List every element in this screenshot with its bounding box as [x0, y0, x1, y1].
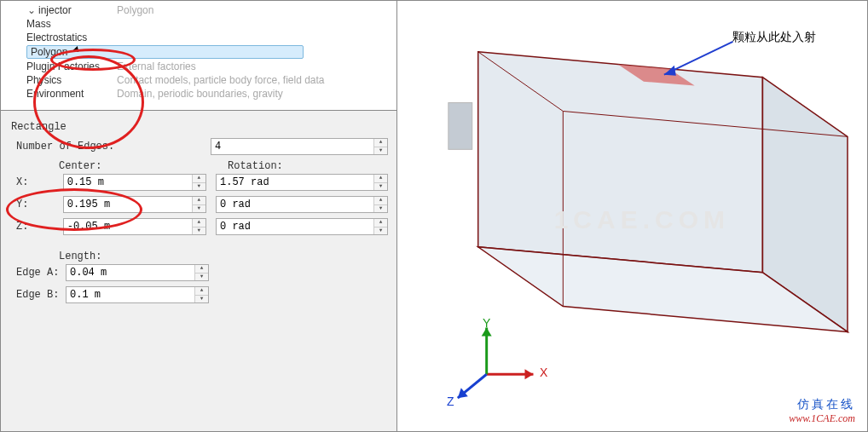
- axis-y-label: Y: [483, 316, 490, 330]
- edges-input[interactable]: [211, 139, 373, 154]
- tree-item-mass[interactable]: Mass: [26, 18, 325, 32]
- tree-item-plugin-factories[interactable]: Plugin Factories External factories: [26, 60, 325, 74]
- chevron-down-icon[interactable]: ⌄: [26, 4, 37, 16]
- tree-item-environment[interactable]: Environment Domain, periodic boundaries,…: [26, 88, 325, 101]
- rotation-z-input[interactable]: [217, 219, 373, 234]
- rotation-x-stepper[interactable]: ▲▼: [216, 174, 388, 191]
- center-x-input[interactable]: [64, 175, 192, 190]
- rotation-y-stepper[interactable]: ▲▼: [216, 196, 388, 213]
- center-x-stepper[interactable]: ▲▼: [63, 174, 206, 191]
- viewport-3d[interactable]: 1CAE.COM X Y Z 颗粒从此处入射 仿真在线 www.1CAE.com: [397, 1, 867, 431]
- edge-b-input[interactable]: [67, 287, 194, 302]
- tree-item-physics[interactable]: Physics Contact models, particle body fo…: [26, 74, 325, 88]
- group-title: Rectangle: [9, 118, 388, 136]
- edge-a-stepper[interactable]: ▲▼: [66, 264, 209, 281]
- rotation-y-input[interactable]: [217, 197, 373, 212]
- tree-item-electrostatics[interactable]: Electrostatics: [26, 32, 325, 45]
- edge-a-input[interactable]: [67, 265, 194, 280]
- edge-b-stepper[interactable]: ▲▼: [66, 286, 209, 303]
- tree-item-injector[interactable]: ⌄injector Polygon: [26, 4, 325, 18]
- axis-z-label: Z: [447, 395, 454, 408]
- center-header: Center:: [59, 160, 219, 172]
- tree-panel: ⌄injector Polygon Mass Electrostatics Po…: [1, 1, 396, 110]
- svg-marker-0: [478, 52, 763, 273]
- svg-marker-11: [524, 369, 533, 379]
- center-y-stepper[interactable]: ▲▼: [63, 196, 206, 213]
- watermark: 1CAE.COM: [554, 205, 730, 234]
- properties-panel: Rectangle Number of Edges: ▲▼ Center: Ro…: [1, 110, 396, 431]
- axis-x-label: X: [540, 366, 547, 379]
- svg-rect-6: [448, 103, 472, 150]
- rotation-z-stepper[interactable]: ▲▼: [216, 218, 388, 235]
- edge-a-label: Edge A:: [16, 267, 66, 279]
- y-label: Y:: [16, 199, 63, 210]
- cursor-icon: [73, 46, 82, 55]
- center-y-input[interactable]: [64, 197, 192, 212]
- edges-stepper[interactable]: ▲▼: [211, 138, 388, 155]
- credit: 仿真在线 www.1CAE.com: [789, 397, 855, 426]
- rotation-x-input[interactable]: [217, 175, 373, 190]
- center-z-stepper[interactable]: ▲▼: [63, 218, 206, 235]
- rotation-header: Rotation:: [228, 160, 388, 172]
- tree-item-polygon[interactable]: Polygon: [26, 45, 325, 60]
- spin-down-icon[interactable]: ▼: [374, 147, 387, 155]
- edges-label: Number of Edges:: [16, 141, 211, 153]
- edge-b-label: Edge B:: [16, 289, 66, 301]
- z-label: Z:: [16, 221, 63, 233]
- x-label: X:: [16, 176, 63, 188]
- length-header: Length:: [59, 251, 388, 262]
- annotation-text: 颗粒从此处入射: [732, 30, 816, 45]
- center-z-input[interactable]: [64, 219, 192, 234]
- spin-up-icon[interactable]: ▲: [374, 139, 387, 147]
